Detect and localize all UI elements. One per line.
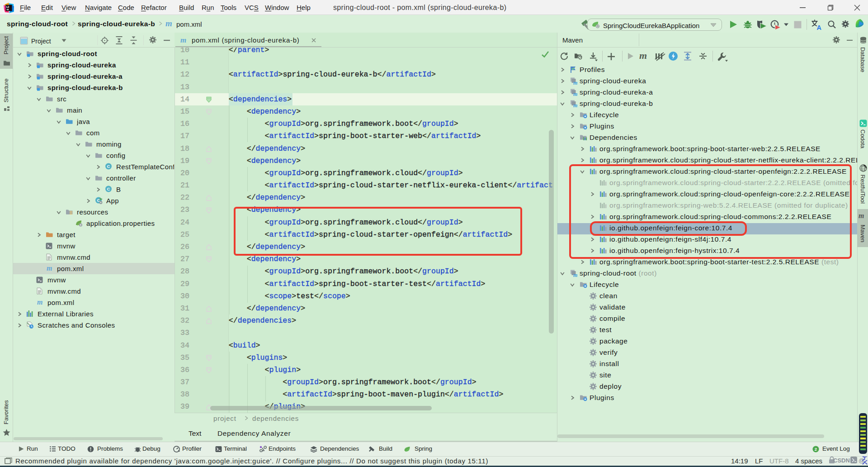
svg-text:A: A	[817, 24, 822, 30]
svg-text:C: C	[107, 164, 110, 169]
svg-text:2: 2	[815, 447, 817, 452]
svg-text:C: C	[107, 186, 110, 191]
svg-text:IJ: IJ	[6, 5, 9, 9]
